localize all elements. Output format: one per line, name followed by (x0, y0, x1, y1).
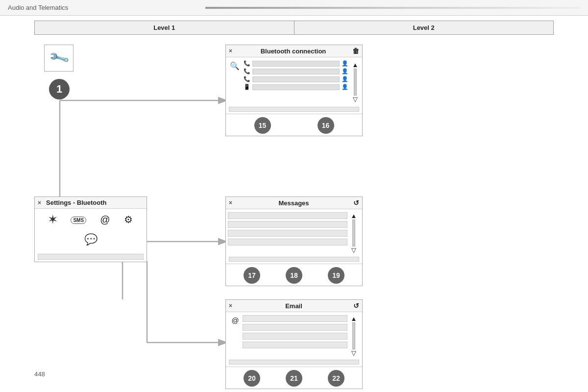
msg-item (228, 239, 347, 245)
msg-close-icon[interactable]: × (229, 199, 232, 206)
bt-person-icon: 👤 (342, 68, 348, 74)
settings-icons-row2: 💬 (35, 230, 147, 252)
msg-body: ▲ ▽ (226, 209, 362, 257)
email-title: Email (234, 302, 353, 310)
bt-device-row: 📞 👤 (244, 76, 348, 82)
settings-bar (38, 254, 144, 260)
settings-title: Settings - Bluetooth (46, 199, 107, 206)
bt-device-list: 📞 👤 📞 👤 📞 👤 📱 (244, 60, 348, 104)
bt-person-icon: 👤 (342, 76, 348, 82)
email-at-area: @ (228, 315, 243, 357)
email-scroll-down-icon[interactable]: ▽ (351, 349, 356, 357)
messages-box: × Messages ↺ ▲ ▽ 17 18 (225, 196, 363, 286)
email-scrollbar[interactable] (352, 322, 355, 349)
bt-device-line (252, 76, 340, 82)
bt-progress-bar (229, 107, 359, 112)
bt-device-line (252, 69, 340, 74)
bt-device-line (252, 84, 340, 90)
at-icon: @ (231, 316, 239, 324)
msg-list (228, 212, 347, 254)
email-box: × Email ↺ @ ▲ ▽ 20 (225, 299, 363, 389)
bt-phone-icon: 📞 (244, 76, 250, 82)
bluetooth-icon[interactable]: ✶ (49, 214, 57, 225)
gear-icon[interactable]: ⚙ (124, 214, 133, 225)
bluetooth-connection-box: × Bluetooth connection 🗑 🔍 📞 👤 📞 👤 (225, 45, 363, 136)
email-badge-20: 20 (244, 370, 260, 387)
page-number: 448 (34, 370, 45, 378)
circle-number-1: 1 (49, 79, 70, 99)
msg-header: × Messages ↺ (226, 197, 362, 209)
email-header: × Email ↺ (226, 300, 362, 312)
bt-device-row: 📞 👤 (244, 68, 348, 74)
email-footer: 20 21 22 (226, 367, 362, 389)
email-close-icon[interactable]: × (229, 302, 232, 309)
bt-phone-icon: 📱 (244, 84, 250, 90)
bt-device-line (252, 61, 340, 67)
bt-title: Bluetooth connection (236, 48, 350, 55)
email-list (243, 315, 347, 357)
email-item (243, 324, 347, 331)
bt-person-icon: 👤 (342, 84, 348, 90)
bt-badge-15: 15 (254, 117, 271, 134)
bt-header: × Bluetooth connection 🗑 (226, 45, 362, 57)
bt-scrollbar[interactable] (354, 69, 357, 96)
level2-col: Level 2 (294, 21, 554, 34)
email-scroll-area: ▲ ▽ (347, 315, 360, 357)
msg-scroll-area: ▲ ▽ (347, 212, 360, 254)
email-scroll-up-icon[interactable]: ▲ (351, 315, 357, 322)
bt-scroll-up-icon[interactable]: ▲ (352, 61, 359, 69)
msg-badge-19: 19 (328, 267, 344, 284)
email-item (243, 333, 347, 340)
msg-item (228, 230, 347, 237)
settings-header: × Settings - Bluetooth (35, 197, 147, 209)
email-body: @ ▲ ▽ (226, 312, 362, 360)
bt-device-row: 📱 👤 (244, 84, 348, 90)
header-bar: Audio and Telematics (0, 0, 588, 16)
msg-footer: 17 18 19 (226, 264, 362, 286)
msg-scrollbar[interactable] (352, 220, 355, 246)
email-badge-22: 22 (328, 370, 344, 387)
email-item (243, 342, 347, 348)
bt-device-row: 📞 👤 (244, 60, 348, 67)
msg-scroll-up-icon[interactable]: ▲ (351, 212, 357, 220)
at-icon[interactable]: @ (100, 214, 110, 225)
bt-scroll-area: ▲ ▽ (348, 60, 362, 104)
settings-bluetooth-box: × Settings - Bluetooth ✶ SMS @ ⚙ 💬 (34, 196, 147, 262)
msg-refresh-icon[interactable]: ↺ (353, 199, 359, 207)
settings-close-icon[interactable]: × (38, 199, 41, 206)
msg-item (228, 221, 347, 228)
settings-icons-row1: ✶ SMS @ ⚙ (35, 209, 147, 230)
bt-search-icon[interactable]: 🔍 (230, 61, 240, 71)
msg-badge-17: 17 (244, 267, 260, 284)
header-line (205, 7, 580, 9)
msg-scroll-down-icon[interactable]: ▽ (351, 246, 356, 254)
bt-footer: 15 16 (226, 114, 362, 136)
bt-close-icon[interactable]: × (229, 48, 232, 54)
wrench-icon: 🔧 (48, 47, 71, 69)
email-refresh-icon[interactable]: ↺ (353, 302, 359, 310)
chat-icon[interactable]: 💬 (84, 233, 98, 246)
level-header: Level 1 Level 2 (34, 21, 554, 35)
phone-box: 🔧 (44, 45, 74, 72)
bt-phone-icon: 📞 (244, 60, 250, 67)
email-progress-bar (229, 360, 359, 365)
bt-trash-icon[interactable]: 🗑 (352, 47, 359, 55)
bt-person-icon: 👤 (342, 60, 348, 67)
bt-body: 🔍 📞 👤 📞 👤 📞 👤 (226, 57, 362, 107)
msg-item (228, 212, 347, 219)
email-item (243, 315, 347, 322)
bt-phone-icon: 📞 (244, 68, 250, 74)
header-title: Audio and Telematics (8, 4, 196, 11)
msg-progress-bar (229, 257, 359, 262)
msg-badge-18: 18 (286, 267, 302, 284)
msg-title: Messages (234, 199, 353, 207)
bt-scroll-down-icon[interactable]: ▽ (353, 96, 358, 103)
level1-col: Level 1 (35, 21, 294, 34)
email-badge-21: 21 (286, 370, 302, 387)
main-content: 🔧 1 × Settings - Bluetooth ✶ SMS @ ⚙ 💬 ×… (34, 40, 554, 383)
bt-search-area: 🔍 (226, 60, 244, 104)
bt-badge-16: 16 (318, 117, 334, 134)
sms-icon[interactable]: SMS (71, 216, 86, 223)
